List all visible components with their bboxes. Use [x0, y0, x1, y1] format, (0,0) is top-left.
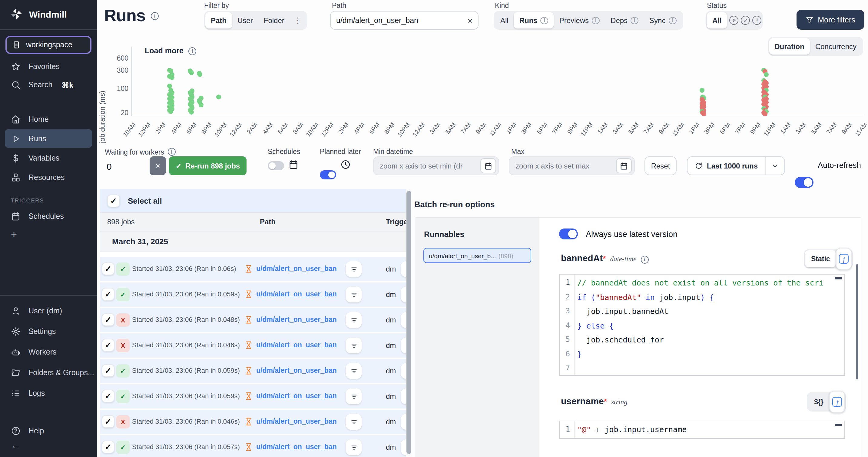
planned-later-clock-icon[interactable]: [340, 160, 351, 170]
job-row[interactable]: ✓✓Started 31/03, 23:06 (Ran in 0.057s)u/…: [100, 435, 406, 457]
filter-by-user-tab[interactable]: User: [232, 12, 258, 28]
job-row[interactable]: ✓✓Started 31/03, 23:06 (Ran in 0.059s)u/…: [100, 282, 406, 307]
job-action-pill[interactable]: [401, 312, 406, 328]
bannedat-javascript-button[interactable]: f: [836, 248, 852, 270]
job-action-pill[interactable]: [401, 439, 406, 455]
editor-code[interactable]: "@" + job.input.username: [574, 421, 844, 438]
job-path-link[interactable]: u/dm/alert_on_user_ban: [256, 392, 337, 399]
sidebar-item-home[interactable]: Home: [0, 110, 97, 128]
cancel-selection-button[interactable]: ×: [150, 156, 166, 175]
job-filter-button[interactable]: [346, 287, 362, 303]
more-filters-button[interactable]: More filters: [797, 10, 864, 30]
panel-scrollbar-thumb[interactable]: [856, 264, 858, 379]
runnable-item[interactable]: u/dm/alert_on_user_b... (898): [424, 248, 531, 263]
run-dot-success[interactable]: [167, 84, 172, 88]
run-dot-success[interactable]: [217, 95, 221, 100]
sidebar-item-help[interactable]: Help: [0, 422, 97, 440]
sidebar-item-resources[interactable]: Resources: [0, 168, 97, 187]
max-datetime-calendar-button[interactable]: [616, 158, 632, 173]
max-datetime-input[interactable]: zoom x axis to set max: [509, 156, 635, 175]
bannedat-info-icon[interactable]: [641, 255, 648, 263]
job-filter-button[interactable]: [346, 439, 362, 455]
kind-runs-info-icon[interactable]: [540, 17, 549, 24]
job-row[interactable]: ✓✓Started 31/03, 23:06 (Ran in 0.059s)u/…: [100, 384, 406, 408]
sidebar-item-favorites[interactable]: Favorites: [0, 58, 97, 76]
run-dot-success[interactable]: [189, 110, 194, 115]
waiting-workers-info-icon[interactable]: [168, 148, 176, 156]
always-latest-toggle[interactable]: [559, 229, 578, 239]
row-checkbox[interactable]: ✓: [102, 313, 115, 326]
min-datetime-calendar-button[interactable]: [480, 158, 496, 173]
auto-refresh-toggle[interactable]: [795, 177, 813, 188]
username-javascript-button[interactable]: f: [830, 391, 845, 413]
run-dot-failure[interactable]: [702, 112, 706, 116]
jobs-scrollbar-thumb[interactable]: [406, 191, 411, 454]
filter-by-path-tab[interactable]: Path: [205, 12, 232, 28]
run-dot-success[interactable]: [198, 72, 203, 77]
job-row[interactable]: ✓XStarted 31/03, 23:06 (Ran in 0.046s)u/…: [100, 410, 406, 434]
sidebar-item-user-dm[interactable]: User (dm): [0, 301, 97, 321]
job-filter-button[interactable]: [346, 363, 362, 379]
job-action-pill[interactable]: [401, 363, 406, 379]
run-dot-success[interactable]: [199, 102, 204, 107]
kind-deps-tab[interactable]: Deps: [605, 12, 644, 28]
run-dot-success[interactable]: [168, 109, 173, 114]
clear-path-icon[interactable]: ×: [468, 16, 472, 25]
job-path-link[interactable]: u/dm/alert_on_user_ban: [256, 341, 337, 348]
kind-previews-tab[interactable]: Previews: [554, 12, 605, 28]
sidebar-item-folders-groups[interactable]: Folders & Groups...: [0, 363, 97, 383]
row-checkbox[interactable]: ✓: [102, 262, 115, 275]
job-path-link[interactable]: u/dm/alert_on_user_ban: [256, 265, 337, 272]
planned-later-toggle[interactable]: [320, 170, 336, 179]
add-trigger-button[interactable]: +: [0, 226, 97, 244]
reset-button[interactable]: Reset: [645, 156, 677, 175]
kind-sync-tab[interactable]: Sync: [644, 12, 682, 28]
run-dot-success[interactable]: [764, 72, 768, 77]
status-all-tab[interactable]: All: [707, 12, 727, 28]
job-filter-button[interactable]: [346, 338, 362, 353]
job-row[interactable]: ✓XStarted 31/03, 23:06 (Ran in 0.048s)u/…: [100, 308, 406, 332]
collapse-sidebar-button[interactable]: ←: [0, 440, 97, 457]
schedules-toggle[interactable]: [268, 161, 284, 170]
row-checkbox[interactable]: ✓: [102, 288, 115, 301]
row-checkbox[interactable]: ✓: [102, 339, 115, 351]
job-row[interactable]: ✓✓Started 31/03, 23:06 (Ran in 0.06s)u/d…: [100, 257, 406, 281]
run-dot-success[interactable]: [699, 88, 704, 92]
kind-all-tab[interactable]: All: [495, 12, 514, 28]
filter-by-folder-tab[interactable]: Folder: [258, 12, 290, 28]
status-running-icon[interactable]: [730, 16, 739, 25]
job-filter-button[interactable]: [346, 261, 362, 277]
job-action-pill[interactable]: [401, 338, 406, 353]
row-checkbox[interactable]: ✓: [102, 415, 115, 428]
job-filter-button[interactable]: [346, 389, 362, 404]
job-path-link[interactable]: u/dm/alert_on_user_ban: [256, 418, 337, 425]
sidebar-item-search[interactable]: Search ⌘k: [0, 76, 97, 94]
runs-info-icon[interactable]: [151, 12, 159, 20]
job-path-link[interactable]: u/dm/alert_on_user_ban: [256, 290, 337, 297]
sidebar-item-logs[interactable]: Logs: [0, 383, 97, 404]
status-success-icon[interactable]: [741, 16, 750, 25]
kind-runs-tab[interactable]: Runs: [514, 12, 554, 28]
status-failure-icon[interactable]: [753, 16, 762, 25]
chart-plot-area[interactable]: [131, 47, 863, 116]
path-input[interactable]: u/dm/alert_on_user_ban ×: [330, 11, 478, 30]
job-action-pill[interactable]: [401, 389, 406, 404]
sidebar-item-runs[interactable]: Runs: [5, 129, 92, 148]
min-datetime-input[interactable]: zoom x axis to set min (dr: [373, 156, 499, 175]
job-path-link[interactable]: u/dm/alert_on_user_ban: [256, 367, 337, 374]
job-filter-button[interactable]: [346, 414, 362, 430]
sidebar-item-schedules[interactable]: Schedules: [0, 207, 97, 226]
select-all-checkbox[interactable]: ✓: [107, 194, 120, 207]
last-runs-dropdown-button[interactable]: [765, 157, 784, 175]
run-dot-failure[interactable]: [763, 112, 768, 116]
sidebar-item-settings[interactable]: Settings: [0, 321, 97, 342]
bannedat-code-editor[interactable]: 1234567 // bannedAt does not exist on al…: [559, 274, 845, 376]
job-action-pill[interactable]: [401, 414, 406, 430]
job-path-link[interactable]: u/dm/alert_on_user_ban: [256, 316, 337, 323]
username-code-editor[interactable]: 1 "@" + job.input.username: [559, 421, 845, 439]
sidebar-item-variables[interactable]: Variables: [0, 148, 97, 167]
run-dot-success[interactable]: [189, 70, 194, 75]
row-checkbox[interactable]: ✓: [102, 390, 115, 402]
job-row[interactable]: ✓✓Started 31/03, 23:06 (Ran in 0.059s)u/…: [100, 359, 406, 383]
workspace-selector[interactable]: workingspace: [5, 36, 91, 54]
